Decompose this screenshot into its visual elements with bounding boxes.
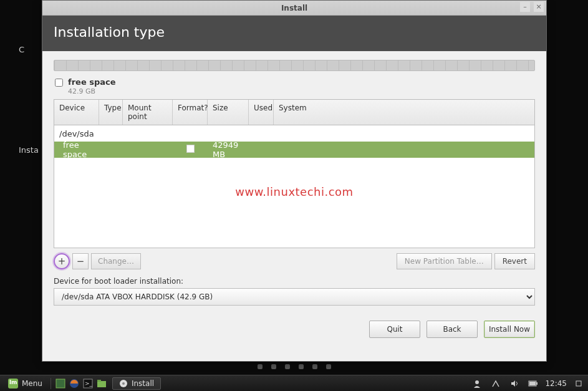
task-label: Install xyxy=(132,379,154,388)
page-heading: Installation type xyxy=(42,16,546,51)
watermark-text: www.linuxtechi.com xyxy=(235,185,353,198)
svg-rect-12 xyxy=(529,382,536,385)
disc-icon xyxy=(119,379,128,388)
pager-dot[interactable] xyxy=(299,364,304,369)
change-partition-button[interactable]: Change… xyxy=(91,253,141,269)
legend-checkbox[interactable] xyxy=(55,79,63,87)
legend-label: free space xyxy=(68,77,116,87)
install-window: Install – × Installation type free space… xyxy=(42,0,547,362)
col-system[interactable]: System xyxy=(274,100,534,125)
pager-dot[interactable] xyxy=(258,364,263,369)
partition-legend: free space 42.9 GB xyxy=(54,77,535,95)
back-button[interactable]: Back xyxy=(427,321,478,338)
table-group-row[interactable]: /dev/sda xyxy=(54,125,534,142)
menu-button[interactable]: Menu xyxy=(2,377,48,390)
svg-text:>_: >_ xyxy=(85,380,93,387)
revert-button[interactable]: Revert xyxy=(494,253,535,269)
table-body: /dev/sda free space 42949 MB www.linuxte… xyxy=(54,125,534,248)
window-title: Install xyxy=(281,4,307,12)
add-partition-button[interactable]: + xyxy=(54,253,70,269)
firefox-icon[interactable] xyxy=(69,378,80,389)
partition-table: Device Type Mount point Format? Size Use… xyxy=(54,99,535,248)
taskbar: Menu >_ Install xyxy=(0,375,588,391)
pager-dot[interactable] xyxy=(271,364,276,369)
show-desktop-icon[interactable] xyxy=(55,378,66,389)
bootloader-device-select[interactable]: /dev/sda ATA VBOX HARDDISK (42.9 GB) xyxy=(54,288,535,306)
cell-device: free space xyxy=(54,140,99,159)
remove-partition-button[interactable]: − xyxy=(72,253,89,269)
clock[interactable]: 12:45 xyxy=(545,379,567,388)
pager-dot[interactable] xyxy=(312,364,317,369)
cell-format[interactable] xyxy=(173,145,208,155)
user-icon[interactable] xyxy=(471,378,483,389)
col-mount[interactable]: Mount point xyxy=(123,100,173,125)
svg-rect-11 xyxy=(536,382,537,385)
mint-logo-icon xyxy=(8,379,18,389)
col-type[interactable]: Type xyxy=(99,100,123,125)
svg-rect-0 xyxy=(56,379,65,388)
taskbar-task-install[interactable]: Install xyxy=(112,377,161,390)
terminal-icon[interactable]: >_ xyxy=(82,378,94,389)
battery-icon[interactable] xyxy=(528,378,539,389)
pager-dot[interactable] xyxy=(285,364,290,369)
svg-rect-4 xyxy=(97,381,106,387)
bootloader-label: Device for boot loader installation: xyxy=(54,277,535,286)
col-device[interactable]: Device xyxy=(54,100,99,125)
partition-strip[interactable] xyxy=(54,60,535,71)
svg-point-8 xyxy=(475,380,479,384)
titlebar[interactable]: Install – × xyxy=(42,1,546,16)
taskbar-separator xyxy=(51,378,51,389)
col-size[interactable]: Size xyxy=(208,100,249,125)
col-format[interactable]: Format? xyxy=(173,100,208,125)
pager-dot[interactable] xyxy=(326,364,331,369)
table-header: Device Type Mount point Format? Size Use… xyxy=(54,100,534,125)
quit-button[interactable]: Quit xyxy=(369,321,420,338)
svg-marker-9 xyxy=(511,380,515,387)
format-checkbox[interactable] xyxy=(186,145,195,153)
cell-size: 42949 MB xyxy=(208,140,249,159)
svg-point-7 xyxy=(122,382,125,385)
svg-rect-13 xyxy=(576,381,581,386)
close-button[interactable]: × xyxy=(534,2,544,12)
workspace-pager xyxy=(258,364,331,369)
network-icon[interactable] xyxy=(490,378,501,389)
background-text-fragment: Insta xyxy=(19,145,39,155)
tray-expand-icon[interactable] xyxy=(573,378,584,389)
legend-size: 42.9 GB xyxy=(68,87,116,95)
files-icon[interactable] xyxy=(96,378,107,389)
volume-icon[interactable] xyxy=(509,378,520,389)
svg-rect-5 xyxy=(97,380,101,382)
background-text-fragment: C xyxy=(19,45,24,54)
desktop-background: C Insta Install – × Installation type fr… xyxy=(0,0,588,391)
table-row[interactable]: free space 42949 MB xyxy=(54,142,534,158)
col-used[interactable]: Used xyxy=(249,100,274,125)
new-partition-table-button[interactable]: New Partition Table… xyxy=(397,253,492,269)
minimize-button[interactable]: – xyxy=(520,2,530,12)
install-now-button[interactable]: Install Now xyxy=(484,321,535,338)
menu-label: Menu xyxy=(22,379,42,388)
